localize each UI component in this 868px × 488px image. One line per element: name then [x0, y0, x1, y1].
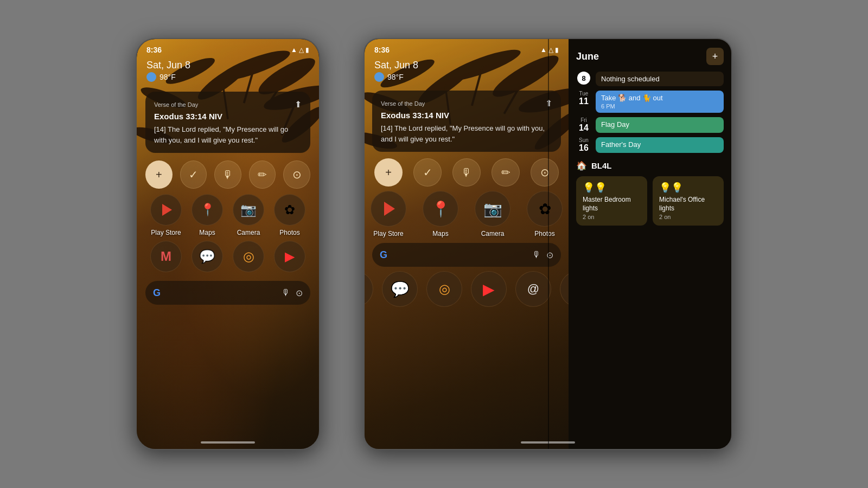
phone-app-playstore[interactable]: Play Store: [150, 194, 182, 236]
search-mic-icon[interactable]: 🎙: [282, 288, 290, 298]
tablet-app-fans[interactable]: ✿: [560, 271, 569, 307]
home-indicator[interactable]: [201, 441, 255, 444]
phone-app-photos[interactable]: ✿ Photos: [274, 194, 305, 236]
tablet-search-mic-icon[interactable]: 🎙: [532, 250, 541, 260]
tablet-app-gmail[interactable]: M: [365, 271, 373, 307]
cal-event-flag-day: Flag Day: [596, 117, 724, 133]
bedroom-light-icon: 💡💡: [583, 182, 641, 194]
phone-device: 8:36 ▲ △ ▮ Sat, Jun 8 98°F Verse of the …: [136, 38, 320, 450]
tablet-verse-label: Verse of the Day: [381, 100, 425, 107]
phone-time: 8:36: [146, 46, 162, 54]
tablet-wifi-icon: ▲: [540, 46, 547, 54]
tablet-weather-icon: [374, 72, 384, 82]
tablet-photos-icon: ✿: [527, 191, 563, 227]
tablet-quick-mic-btn[interactable]: 🎙: [452, 158, 481, 187]
phone-app-youtube[interactable]: ▶: [274, 241, 305, 275]
calendar-month: June: [576, 51, 599, 62]
tablet-quick-add-btn[interactable]: +: [374, 158, 403, 187]
quick-add-btn[interactable]: +: [145, 160, 173, 189]
cal-event-fathers-day: Father's Day: [596, 137, 724, 153]
phone-date-weather: Sat, Jun 8 98°F: [137, 56, 319, 87]
tablet-app-chrome[interactable]: ◎: [426, 271, 462, 307]
tablet-quick-screenshot-btn[interactable]: ⊙: [531, 158, 559, 187]
tablet-quick-check-btn[interactable]: ✓: [413, 158, 442, 187]
phone-signal-icons: ▲ △ ▮: [291, 46, 309, 54]
tablet-search-lens-icon[interactable]: ⊙: [546, 250, 553, 260]
phone-app-chrome[interactable]: ◎: [233, 241, 264, 275]
calendar-add-button[interactable]: +: [706, 48, 724, 65]
tablet-fans-icon: ✿: [560, 271, 569, 307]
tablet-verse-text: [14] The Lord replied, "My Presence will…: [381, 123, 552, 144]
light-card-office[interactable]: 💡💡 Michael's Office lights 2 on: [653, 176, 724, 226]
phone-status-bar: 8:36 ▲ △ ▮: [137, 39, 319, 56]
battery-icon: ▮: [305, 46, 309, 54]
google-g-icon: G: [153, 287, 161, 299]
tablet-app-photos[interactable]: ✿ Photos: [527, 191, 563, 237]
tablet-app-clipper[interactable]: 💬: [382, 271, 418, 307]
cal-day-11: 11: [579, 97, 589, 106]
cal-date-11: Tue 11: [576, 91, 591, 113]
playstore-label: Play Store: [151, 229, 181, 236]
tablet-app-camera[interactable]: 📷 Camera: [475, 191, 510, 237]
bedroom-light-sub: 2 on: [583, 214, 641, 220]
tablet-quick-actions: + ✓ 🎙 ✏ ⊙: [372, 158, 561, 187]
phone-app-row2: M 💬 ◎ ▶: [145, 241, 310, 275]
calendar-item-4: Sun 16 Father's Day: [576, 137, 724, 153]
phone-app-maps[interactable]: 📍 Maps: [192, 194, 223, 236]
tablet-app-threads[interactable]: @: [515, 271, 551, 307]
share-icon[interactable]: ⬆: [295, 99, 302, 110]
smart-home-title: BL4L: [591, 161, 612, 170]
office-light-icon: 💡💡: [659, 182, 717, 194]
phone-app-clipper[interactable]: 💬: [192, 241, 223, 275]
tablet-app-row1: Play Store 📍 Maps 📷 Camera ✿ Photos: [365, 191, 569, 237]
tablet-date: Sat, Jun 8: [374, 60, 559, 71]
quick-pencil-btn[interactable]: ✏: [249, 160, 276, 189]
phone-verse-card: Verse of the Day ⬆ Exodus 33:14 NIV [14]…: [145, 92, 310, 153]
cal-fathers-day-title: Father's Day: [601, 140, 718, 149]
tablet-search-bar[interactable]: G 🎙 ⊙: [372, 243, 561, 267]
quick-mic-btn[interactable]: 🎙: [214, 160, 241, 189]
tablet-device: 8:36 ▲ △ ▮ Sat, Jun 8 98°F Verse of the …: [363, 38, 732, 450]
light-card-bedroom[interactable]: 💡💡 Master Bedroom lights 2 on: [576, 176, 647, 226]
search-lens-icon[interactable]: ⊙: [296, 288, 303, 298]
tablet-app-maps[interactable]: 📍 Maps: [423, 191, 458, 237]
tablet-time: 8:36: [374, 46, 390, 54]
tablet-date-weather: Sat, Jun 8 98°F: [365, 56, 569, 87]
cal-day-14: 14: [579, 123, 589, 133]
photos-icon: ✿: [274, 194, 305, 226]
tablet-signal-icon: △: [548, 46, 553, 54]
tablet-app-youtube[interactable]: ▶: [471, 271, 507, 307]
cal-day-16: 16: [579, 143, 589, 153]
cal-event-blue: Take 🐕 and 🐈 out 6 PM: [596, 91, 724, 113]
signal-icon: △: [299, 46, 304, 54]
youtube-icon: ▶: [274, 241, 305, 272]
cal-event-sub-11: 6 PM: [601, 103, 718, 110]
quick-screenshot-btn[interactable]: ⊙: [283, 160, 310, 189]
tablet-playstore-label: Play Store: [373, 230, 403, 237]
tablet-threads-icon: @: [515, 271, 551, 307]
cal-fri: Fri: [580, 117, 587, 123]
phone-app-gmail[interactable]: M: [150, 241, 182, 275]
calendar-item-2: Tue 11 Take 🐕 and 🐈 out 6 PM: [576, 91, 724, 113]
phone-app-camera[interactable]: 📷 Camera: [233, 194, 264, 236]
clipper-icon: 💬: [192, 241, 223, 272]
weather-icon: [146, 72, 156, 82]
cal-nothing-scheduled: Nothing scheduled: [601, 75, 660, 83]
tablet-playstore-icon: [371, 191, 406, 227]
calendar-header: June +: [576, 48, 724, 65]
chrome-icon: ◎: [233, 241, 264, 272]
tablet-signal-icons: ▲ △ ▮: [540, 46, 559, 54]
tablet-quick-pencil-btn[interactable]: ✏: [492, 158, 520, 187]
quick-check-btn[interactable]: ✓: [180, 160, 207, 189]
phone-quick-actions: + ✓ 🎙 ✏ ⊙: [145, 160, 310, 189]
tablet-verse-header: Verse of the Day ⬆: [381, 98, 552, 108]
playstore-triangle: [162, 204, 172, 216]
verse-header: Verse of the Day ⬆: [154, 99, 302, 110]
tablet-clipper-icon: 💬: [382, 271, 418, 307]
tablet-app-playstore[interactable]: Play Store: [371, 191, 406, 237]
maps-icon: 📍: [192, 194, 223, 226]
cal-sun: Sun: [579, 137, 589, 143]
maps-label: Maps: [199, 229, 215, 236]
tablet-youtube-icon: ▶: [471, 271, 507, 307]
phone-search-bar[interactable]: G 🎙 ⊙: [145, 281, 310, 305]
